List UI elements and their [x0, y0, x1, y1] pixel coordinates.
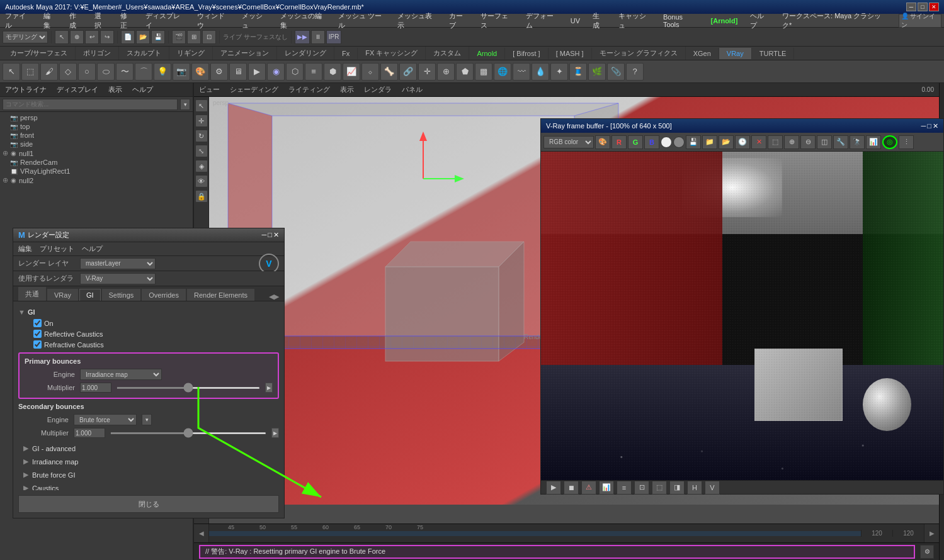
icon-constraint[interactable]: 🔗 — [399, 63, 417, 81]
tree-item-top[interactable]: 📷 top — [0, 122, 193, 131]
module-mash[interactable]: [ MASH ] — [549, 48, 592, 59]
menu-edit[interactable]: 編集 — [41, 10, 59, 31]
icon-paint[interactable]: 🖌 — [40, 63, 58, 81]
timeline-inner[interactable]: 45 50 55 60 65 70 75 — [209, 524, 861, 542]
icon-anim[interactable]: 📈 — [343, 63, 360, 81]
vfb-save-all[interactable]: 📁 — [702, 135, 717, 149]
outliner-view-menu[interactable]: 表示 — [108, 85, 122, 94]
vfb-track[interactable]: 📊 — [866, 135, 881, 149]
tree-item-front[interactable]: 📷 front — [0, 131, 193, 140]
gi-reflective-check[interactable]: Reflective Caustics — [18, 328, 279, 339]
gi-section-header[interactable]: ▼ GI — [18, 306, 279, 318]
vfb-split[interactable]: ◫ — [817, 135, 832, 149]
vfb-color-pick[interactable]: 🎨 — [595, 135, 610, 149]
vp-menu-shading[interactable]: シェーディング — [230, 85, 278, 94]
icon-light[interactable]: 💡 — [154, 63, 171, 81]
menu-mesh[interactable]: メッシュ — [239, 10, 270, 31]
rs-menu-preset[interactable]: プリセット — [40, 244, 74, 254]
menu-surfaces[interactable]: サーフェス — [478, 10, 515, 31]
menu-mesh-edit[interactable]: メッシュの編集 — [278, 10, 328, 31]
rs-renderer-dropdown[interactable]: V-Ray — [80, 273, 156, 284]
icon-outliner[interactable]: ≡ — [305, 63, 322, 81]
vfb-status-btn8[interactable]: ◨ — [669, 481, 685, 495]
menu-modify[interactable]: 修正 — [118, 10, 136, 31]
icon-cylinder[interactable]: ⬭ — [97, 63, 115, 81]
icon-nurbs[interactable]: ⌒ — [135, 63, 152, 81]
vs-scale[interactable]: ⤡ — [195, 145, 208, 157]
brute-force-collapse[interactable]: ▶ Brute force GI — [18, 468, 279, 481]
icon-render-settings[interactable]: ⚙ — [210, 63, 228, 81]
icon-paint-effects[interactable]: 🌿 — [588, 63, 606, 81]
outliner-display-menu[interactable]: ディスプレイ — [57, 85, 98, 94]
menu-bonus[interactable]: Bonus Tools — [661, 12, 701, 30]
secondary-engine-arrow[interactable]: ▾ — [142, 414, 152, 425]
caustics-collapse[interactable]: ▶ Caustics — [18, 481, 279, 490]
search-input[interactable] — [3, 99, 178, 110]
module-fx[interactable]: Fx — [334, 48, 358, 59]
vs-select[interactable]: ↖ — [195, 99, 208, 112]
vfb-history[interactable]: 🕒 — [735, 135, 750, 149]
icon-fluid[interactable]: 💧 — [532, 63, 549, 81]
rs-layer-dropdown[interactable]: masterLayer — [80, 258, 156, 269]
secondary-engine-dropdown[interactable]: Brute force — [74, 414, 137, 425]
icon-particles[interactable]: ✦ — [550, 63, 568, 81]
icon-snap[interactable]: ⊕ — [437, 63, 455, 81]
vfb-color-mode[interactable]: RGB color — [543, 136, 594, 148]
module-poly[interactable]: ポリゴン — [76, 47, 119, 60]
vfb-channel-b[interactable]: B — [644, 135, 659, 149]
tool-render[interactable]: 🎬 — [172, 30, 186, 44]
module-arnold[interactable]: Arnold — [469, 48, 505, 59]
vp-menu-show[interactable]: 表示 — [340, 85, 354, 94]
outliner-help-menu[interactable]: ヘルプ — [132, 85, 153, 94]
module-curves[interactable]: カーブ/サーフェス — [3, 47, 76, 60]
vfb-correction[interactable]: 🔧 — [833, 135, 848, 149]
rs-tab-render-elements[interactable]: Render Elements — [187, 289, 254, 301]
menu-uv[interactable]: UV — [568, 16, 583, 26]
vp-menu-view[interactable]: ビュー — [199, 85, 220, 94]
menu-curves[interactable]: カーブ — [446, 10, 471, 31]
vfb-zoom-in[interactable]: ⊕ — [784, 135, 799, 149]
vfb-zoom-out[interactable]: ⊖ — [800, 135, 816, 149]
icon-material[interactable]: 🎨 — [191, 63, 209, 81]
icon-node[interactable]: ⬢ — [324, 63, 341, 81]
tree-item-vraylightrect[interactable]: 🔲 VRayLightRect1 — [0, 167, 193, 176]
tool-undo[interactable]: ↩ — [85, 30, 99, 44]
vfb-clear[interactable]: ✕ — [751, 135, 766, 149]
icon-hypershade[interactable]: ⬡ — [286, 63, 304, 81]
module-bifrost[interactable]: [ Bifrost ] — [505, 48, 548, 59]
rs-tab-common[interactable]: 共通 — [18, 287, 46, 301]
close-button[interactable]: ✕ — [929, 3, 939, 11]
vfb-close[interactable]: ✕ — [933, 122, 938, 130]
gi-refractive-checkbox[interactable] — [33, 340, 42, 349]
icon-reference[interactable]: 📎 — [607, 63, 625, 81]
vs-show[interactable]: 👁 — [195, 175, 208, 188]
rs-tab-gi[interactable]: GI — [79, 289, 101, 301]
rs-minimize[interactable]: ─ — [262, 231, 267, 239]
menu-generate[interactable]: 生成 — [590, 10, 608, 31]
signin-button[interactable]: 👤 サインイン — [899, 14, 941, 28]
menu-window[interactable]: ウィンドウ — [195, 10, 232, 31]
icon-skin[interactable]: 🦴 — [380, 63, 398, 81]
menu-file[interactable]: ファイル — [3, 10, 33, 31]
tool-snap-grid[interactable]: ⊞ — [187, 30, 201, 44]
tool-open[interactable]: 📂 — [136, 30, 150, 44]
vfb-status-btn7[interactable]: ⬚ — [652, 481, 667, 495]
rs-close-button[interactable]: 閉じる — [18, 495, 279, 513]
secondary-multiplier-max-btn[interactable]: ▶ — [271, 428, 279, 438]
vfb-white-circle[interactable] — [661, 137, 672, 148]
vfb-channel-r[interactable]: R — [611, 135, 627, 149]
tree-item-side[interactable]: 📷 side — [0, 140, 193, 148]
minimize-button[interactable]: ─ — [906, 3, 916, 11]
vfb-status-btn6[interactable]: ⊡ — [634, 481, 649, 495]
vfb-channel-g[interactable]: G — [628, 135, 643, 149]
icon-lasso[interactable]: ⬚ — [21, 63, 39, 81]
module-rigging[interactable]: リギング — [169, 47, 213, 60]
module-custom[interactable]: カスタム — [426, 47, 469, 60]
icon-help[interactable]: ? — [626, 63, 644, 81]
rs-menu-help[interactable]: ヘルプ — [82, 244, 103, 254]
vfb-region[interactable]: ⬚ — [768, 135, 783, 149]
icon-curve[interactable]: 〜 — [116, 63, 134, 81]
mode-dropdown[interactable]: モデリング — [3, 31, 48, 43]
tool-save[interactable]: 💾 — [151, 30, 165, 44]
gi-on-checkbox[interactable] — [33, 319, 42, 327]
